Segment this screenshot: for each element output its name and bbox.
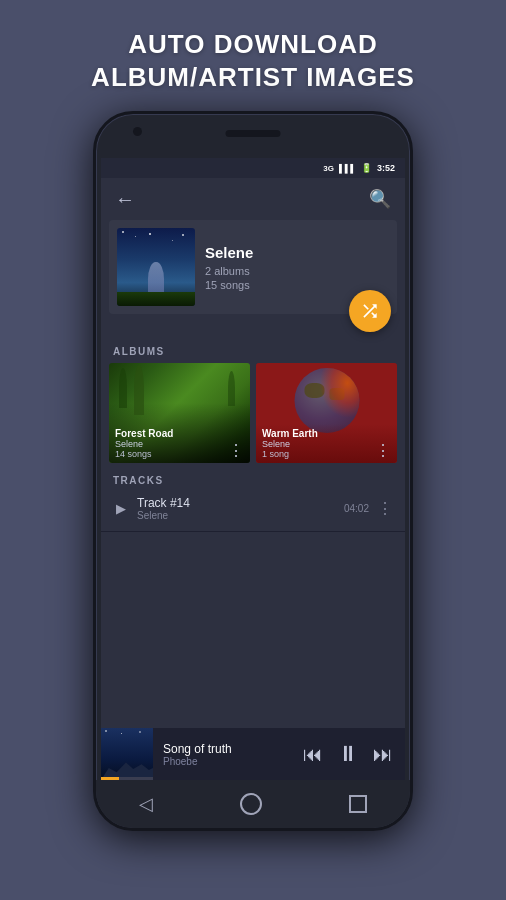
back-button[interactable]: ← xyxy=(115,188,135,211)
skip-next-button[interactable]: ⏭ xyxy=(373,744,393,764)
artist-name: Selene xyxy=(205,244,253,261)
phone-screen: 3G ▌▌▌ 🔋 3:52 ← 🔍 xyxy=(101,158,405,780)
top-nav-bar: ← 🔍 xyxy=(101,178,405,220)
phone-device: 3G ▌▌▌ 🔋 3:52 ← 🔍 xyxy=(93,111,413,831)
album-earth-artist: Selene xyxy=(262,439,318,449)
now-playing-info: Song of truth Phoebe xyxy=(153,742,303,767)
screen-content: ← 🔍 xyxy=(101,178,405,780)
album-forest-songs: 14 songs xyxy=(115,449,173,459)
pause-button[interactable]: ⏸ xyxy=(337,743,359,765)
album-forest-more-button[interactable]: ⋮ xyxy=(228,443,244,459)
artist-header-card: Selene 2 albums 15 songs xyxy=(109,220,397,314)
album-earth-title: Warm Earth xyxy=(262,428,318,439)
now-playing-divider xyxy=(101,531,405,532)
nav-home-button[interactable] xyxy=(240,793,262,815)
battery-icon: 🔋 xyxy=(361,163,372,173)
album-card-warm-earth[interactable]: Warm Earth Selene 1 song ⋮ xyxy=(256,363,397,463)
album-forest-title: Forest Road xyxy=(115,428,173,439)
now-playing-art xyxy=(101,728,153,780)
phone-nav-bar: ◁ xyxy=(96,780,410,828)
phone-camera xyxy=(133,127,142,136)
now-playing-bar[interactable]: Song of truth Phoebe ⏮ ⏸ ⏭ xyxy=(101,728,405,780)
now-playing-title: Song of truth xyxy=(163,742,303,756)
track-info: Track #14 Selene xyxy=(137,496,336,521)
album-forest-artist: Selene xyxy=(115,439,173,449)
phone-speaker xyxy=(226,130,281,137)
now-playing-artist: Phoebe xyxy=(163,756,303,767)
album-earth-more-button[interactable]: ⋮ xyxy=(375,443,391,459)
artist-albums: 2 albums xyxy=(205,265,253,277)
albums-grid: Forest Road Selene 14 songs ⋮ xyxy=(101,363,405,463)
status-bar: 3G ▌▌▌ 🔋 3:52 xyxy=(101,158,405,178)
shuffle-icon xyxy=(360,301,380,321)
track-artist: Selene xyxy=(137,510,336,521)
track-play-icon: ▶ xyxy=(113,501,129,516)
page-title: AUTO DOWNLOAD ALBUM/ARTIST IMAGES xyxy=(91,28,415,93)
search-button[interactable]: 🔍 xyxy=(369,188,391,210)
track-name: Track #14 xyxy=(137,496,336,510)
track-more-button[interactable]: ⋮ xyxy=(377,499,393,518)
album-earth-info: Warm Earth Selene 1 song ⋮ xyxy=(256,424,397,463)
nav-back-button[interactable]: ◁ xyxy=(139,793,153,815)
tracks-section-label: TRACKS xyxy=(101,463,405,490)
shuffle-button[interactable] xyxy=(349,290,391,332)
album-forest-info: Forest Road Selene 14 songs ⋮ xyxy=(109,424,250,463)
track-item-14[interactable]: ▶ Track #14 Selene 04:02 ⋮ xyxy=(101,490,405,527)
artist-info: Selene 2 albums 15 songs xyxy=(205,244,253,291)
playback-controls: ⏮ ⏸ ⏭ xyxy=(303,743,405,765)
skip-prev-button[interactable]: ⏮ xyxy=(303,744,323,764)
network-icon: 3G xyxy=(323,164,334,173)
album-earth-songs: 1 song xyxy=(262,449,318,459)
artist-songs: 15 songs xyxy=(205,279,253,291)
signal-bars: ▌▌▌ xyxy=(339,164,356,173)
albums-section-label: ALBUMS xyxy=(101,332,405,363)
artist-image xyxy=(117,228,195,306)
track-duration: 04:02 xyxy=(344,503,369,514)
time-display: 3:52 xyxy=(377,163,395,173)
nav-recent-button[interactable] xyxy=(349,795,367,813)
album-card-forest-road[interactable]: Forest Road Selene 14 songs ⋮ xyxy=(109,363,250,463)
